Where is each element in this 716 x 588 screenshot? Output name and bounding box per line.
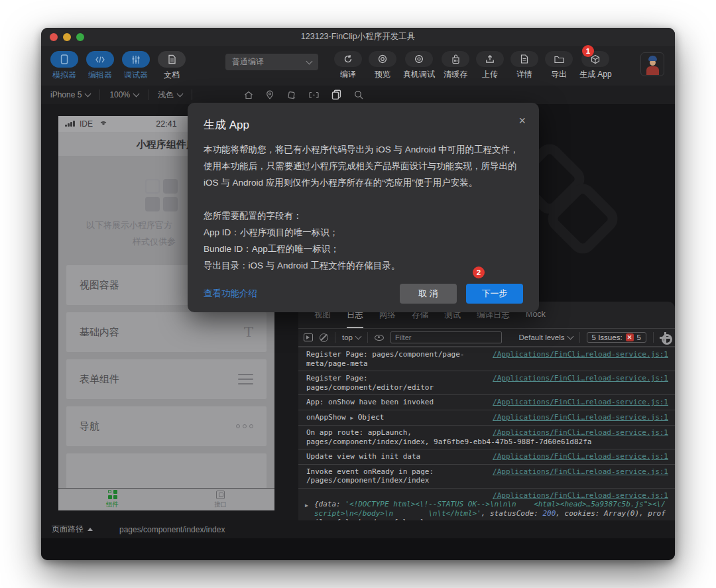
form-lines-icon: [238, 374, 253, 384]
export-label: 导出: [551, 69, 567, 80]
components-tab-icon: [108, 490, 117, 499]
doc-icon: [158, 51, 186, 68]
tab-components[interactable]: 组件: [58, 489, 166, 510]
compile-button[interactable]: 编译: [334, 51, 362, 80]
simulator-button[interactable]: 模拟器: [50, 51, 78, 81]
device-select[interactable]: iPhone 5: [41, 89, 100, 100]
list-item-partial[interactable]: [66, 453, 267, 493]
generate-app-modal: 生成 App × 本功能将帮助您，将已有小程序代码导出为 iOS 与 Andro…: [188, 103, 539, 312]
user-avatar[interactable]: [640, 52, 664, 76]
device-debug-icon: [405, 51, 433, 67]
phone-tab-bar: 组件 接口: [58, 488, 274, 510]
title-bar: 123123-FinClip小程序开发工具: [41, 28, 675, 46]
wifi-icon: [99, 121, 107, 127]
close-icon[interactable]: ×: [518, 115, 526, 127]
context-select[interactable]: top: [342, 333, 361, 341]
source-link[interactable]: /Applications/FinCli…reload-service.js:1: [493, 398, 668, 407]
tab-compile-log[interactable]: 编译日志: [477, 310, 510, 328]
modal-fields: 您所需要配置的字段有： App ID：小程序项目的唯一标识； Bundle ID…: [204, 207, 523, 274]
chevron-down-icon: [85, 91, 91, 97]
log-row[interactable]: /Applications/FinCli…reload-service.js:1…: [298, 347, 675, 371]
debugger-label: 调试器: [124, 70, 148, 81]
docs-button[interactable]: 文档: [158, 51, 186, 81]
device-debug-label: 真机调试: [403, 69, 435, 80]
log-row[interactable]: /Applications/FinCli…reload-service.js:1…: [298, 410, 675, 426]
list-item-form-components[interactable]: 表单组件: [66, 359, 267, 399]
chevron-down-icon: [355, 333, 362, 340]
detail-button[interactable]: 详情: [510, 51, 538, 80]
upload-label: 上传: [482, 69, 498, 80]
rotate-icon[interactable]: [286, 91, 296, 99]
next-step-button[interactable]: 下一步: [466, 284, 523, 304]
docs-label: 文档: [164, 70, 180, 81]
hint-line-1: 以下将展示小程序官方: [86, 219, 172, 231]
theme-value: 浅色: [158, 89, 174, 101]
device-bar: iPhone 5 100% 浅色: [41, 86, 675, 104]
source-link[interactable]: /Applications/FinCli…reload-service.js:1: [493, 491, 668, 500]
source-link[interactable]: /Applications/FinCli…reload-service.js:1: [493, 452, 668, 461]
source-link[interactable]: /Applications/FinCli…reload-service.js:1: [493, 428, 668, 438]
console-drawer-icon[interactable]: [304, 333, 313, 341]
source-link[interactable]: /Applications/FinCli…reload-service.js:1: [493, 413, 668, 422]
tab-view[interactable]: 视图: [314, 310, 331, 328]
editor-label: 编辑器: [88, 70, 112, 81]
export-button[interactable]: 导出: [545, 51, 573, 80]
tab-api[interactable]: 接口: [166, 489, 274, 510]
source-link[interactable]: /Applications/FinCli…reload-service.js:1: [493, 467, 668, 477]
cancel-button[interactable]: 取 消: [400, 284, 457, 304]
list-item-navigation[interactable]: 导航: [66, 406, 267, 446]
log-row[interactable]: /Applications/FinCli…reload-service.js:1…: [298, 371, 675, 395]
live-expression-icon[interactable]: [375, 335, 384, 341]
upload-button[interactable]: 上传: [476, 51, 504, 80]
tab-log[interactable]: 日志: [347, 310, 363, 328]
console-filter-input[interactable]: [390, 331, 502, 343]
log-row[interactable]: /Applications/FinCli…reload-service.js:1…: [298, 426, 675, 449]
clear-cache-button[interactable]: 清缓存: [442, 51, 469, 80]
screen-icon[interactable]: [309, 91, 319, 99]
gear-icon[interactable]: [660, 333, 670, 342]
list-item-basic-content[interactable]: 基础内容 T: [66, 312, 267, 352]
simulator-label: 模拟器: [52, 70, 76, 81]
finclip-watermark-logo: [521, 150, 640, 283]
device-value: iPhone 5: [50, 90, 82, 99]
generate-app-button[interactable]: 1 生成 App: [579, 51, 612, 80]
source-link[interactable]: /Applications/FinCli…reload-service.js:1: [493, 350, 668, 359]
page-path-toggle[interactable]: 页面路径: [41, 520, 103, 538]
clear-console-icon[interactable]: [320, 333, 328, 342]
theme-select[interactable]: 浅色: [149, 89, 192, 100]
expand-arrow-icon[interactable]: ▶: [305, 501, 308, 510]
trash-icon: [442, 51, 469, 67]
log-row[interactable]: /Applications/FinCli…reload-service.js:1…: [298, 395, 675, 410]
log-levels-select[interactable]: Default levels: [519, 333, 573, 341]
compile-mode-value: 普通编译: [232, 56, 307, 68]
detail-label: 详情: [516, 69, 532, 80]
search-icon[interactable]: [354, 90, 363, 99]
page-path-value: pages/component/index/index: [119, 525, 225, 534]
log-row[interactable]: /Applications/FinCli…reload-service.js:1…: [298, 449, 675, 465]
location-icon[interactable]: [266, 90, 274, 99]
phone-icon: [50, 51, 78, 68]
tab-mock[interactable]: Mock: [526, 310, 546, 328]
text-icon: T: [244, 324, 253, 340]
sliders-icon: [122, 51, 150, 68]
clock: 22:41: [156, 119, 176, 129]
copy-icon[interactable]: [331, 89, 341, 100]
issues-counter[interactable]: 5 Issues: ✕ 5: [587, 332, 646, 343]
main-toolbar: 模拟器 编辑器 调试器: [41, 46, 675, 86]
compile-mode-select[interactable]: 普通编译: [225, 54, 318, 70]
log-row[interactable]: /Applications/FinCli…reload-service.js:1…: [298, 465, 675, 489]
editor-button[interactable]: 编辑器: [86, 51, 114, 81]
debugger-button[interactable]: 调试器: [122, 51, 150, 81]
tab-network[interactable]: 网络: [379, 310, 396, 328]
source-link[interactable]: /Applications/FinCli…reload-service.js:1: [493, 374, 668, 383]
feature-intro-link[interactable]: 查看功能介绍: [204, 288, 257, 300]
folder-icon: [545, 51, 573, 67]
device-debug-button[interactable]: 真机调试: [403, 51, 435, 80]
hint-line-2: 样式仅供参: [133, 236, 176, 248]
home-icon[interactable]: [244, 91, 253, 99]
preview-label: 预览: [375, 69, 390, 80]
tab-storage[interactable]: 存储: [412, 310, 428, 328]
preview-button[interactable]: 预览: [369, 51, 396, 80]
tab-test[interactable]: 测试: [444, 310, 461, 328]
zoom-select[interactable]: 100%: [100, 89, 149, 100]
